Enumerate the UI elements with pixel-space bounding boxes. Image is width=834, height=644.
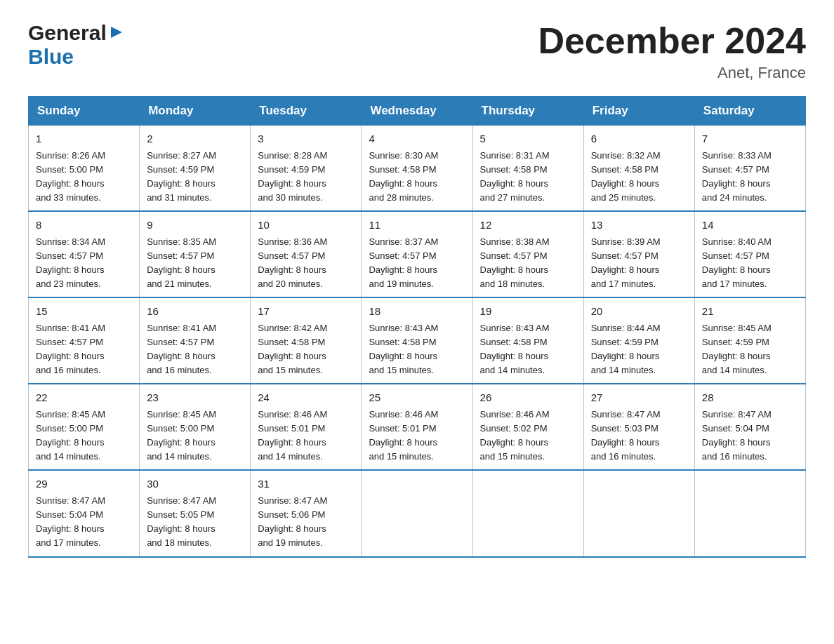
calendar-cell: 17Sunrise: 8:42 AMSunset: 4:58 PMDayligh… — [251, 297, 362, 384]
calendar-body: 1Sunrise: 8:26 AMSunset: 5:00 PMDaylight… — [29, 126, 806, 557]
location: Anet, France — [538, 64, 806, 82]
calendar-cell — [694, 470, 805, 556]
day-of-week-wednesday: Wednesday — [362, 97, 472, 126]
day-info: Sunrise: 8:30 AMSunset: 4:58 PMDaylight:… — [369, 149, 465, 206]
day-info: Sunrise: 8:28 AMSunset: 4:59 PMDaylight:… — [258, 149, 354, 206]
week-row-4: 22Sunrise: 8:45 AMSunset: 5:00 PMDayligh… — [29, 384, 806, 470]
day-number: 10 — [258, 217, 354, 234]
calendar-cell: 7Sunrise: 8:33 AMSunset: 4:57 PMDaylight… — [694, 126, 805, 212]
calendar-cell: 26Sunrise: 8:46 AMSunset: 5:02 PMDayligh… — [472, 384, 583, 470]
week-row-5: 29Sunrise: 8:47 AMSunset: 5:04 PMDayligh… — [29, 470, 806, 556]
day-of-week-sunday: Sunday — [29, 97, 140, 126]
day-info: Sunrise: 8:47 AMSunset: 5:04 PMDaylight:… — [36, 494, 132, 551]
day-info: Sunrise: 8:46 AMSunset: 5:01 PMDaylight:… — [369, 408, 465, 464]
day-number: 13 — [591, 217, 687, 234]
page-header: General Blue December 2024 Anet, France — [28, 21, 806, 82]
calendar-cell: 8Sunrise: 8:34 AMSunset: 4:57 PMDaylight… — [29, 211, 140, 297]
day-number: 29 — [36, 476, 132, 492]
calendar-cell — [362, 470, 472, 556]
calendar-cell: 14Sunrise: 8:40 AMSunset: 4:57 PMDayligh… — [694, 211, 805, 297]
day-number: 15 — [36, 304, 132, 320]
svg-marker-0 — [111, 27, 122, 38]
day-info: Sunrise: 8:31 AMSunset: 4:58 PMDaylight:… — [480, 149, 576, 206]
day-info: Sunrise: 8:47 AMSunset: 5:03 PMDaylight:… — [591, 408, 687, 464]
day-info: Sunrise: 8:43 AMSunset: 4:58 PMDaylight:… — [480, 321, 576, 378]
day-info: Sunrise: 8:45 AMSunset: 5:00 PMDaylight:… — [147, 408, 243, 464]
calendar-cell: 28Sunrise: 8:47 AMSunset: 5:04 PMDayligh… — [694, 384, 805, 470]
day-number: 30 — [147, 476, 243, 492]
day-info: Sunrise: 8:46 AMSunset: 5:01 PMDaylight:… — [258, 408, 354, 464]
logo-blue-text: Blue — [28, 45, 74, 69]
day-number: 26 — [480, 390, 576, 406]
day-number: 14 — [702, 217, 798, 234]
day-number: 28 — [702, 390, 798, 406]
day-number: 17 — [258, 304, 354, 320]
day-info: Sunrise: 8:26 AMSunset: 5:00 PMDaylight:… — [36, 149, 132, 206]
day-number: 19 — [480, 304, 576, 320]
calendar-cell: 5Sunrise: 8:31 AMSunset: 4:58 PMDaylight… — [472, 126, 583, 212]
day-info: Sunrise: 8:44 AMSunset: 4:59 PMDaylight:… — [591, 321, 687, 378]
calendar-cell: 11Sunrise: 8:37 AMSunset: 4:57 PMDayligh… — [362, 211, 472, 297]
day-number: 1 — [36, 131, 132, 147]
day-number: 31 — [258, 476, 354, 492]
calendar-cell: 25Sunrise: 8:46 AMSunset: 5:01 PMDayligh… — [362, 384, 472, 470]
day-number: 21 — [702, 304, 798, 320]
calendar-cell: 20Sunrise: 8:44 AMSunset: 4:59 PMDayligh… — [583, 297, 694, 384]
calendar-cell: 4Sunrise: 8:30 AMSunset: 4:58 PMDaylight… — [362, 126, 472, 212]
calendar-cell: 1Sunrise: 8:26 AMSunset: 5:00 PMDaylight… — [29, 126, 140, 212]
calendar-cell: 21Sunrise: 8:45 AMSunset: 4:59 PMDayligh… — [694, 297, 805, 384]
calendar-cell: 16Sunrise: 8:41 AMSunset: 4:57 PMDayligh… — [140, 297, 251, 384]
title-area: December 2024 Anet, France — [538, 21, 806, 82]
day-of-week-tuesday: Tuesday — [251, 97, 362, 126]
calendar-cell: 9Sunrise: 8:35 AMSunset: 4:57 PMDaylight… — [140, 211, 251, 297]
calendar-cell: 12Sunrise: 8:38 AMSunset: 4:57 PMDayligh… — [472, 211, 583, 297]
day-info: Sunrise: 8:46 AMSunset: 5:02 PMDaylight:… — [480, 408, 576, 464]
logo: General Blue — [28, 21, 124, 69]
day-info: Sunrise: 8:43 AMSunset: 4:58 PMDaylight:… — [369, 321, 465, 378]
day-of-week-monday: Monday — [140, 97, 251, 126]
calendar-cell: 18Sunrise: 8:43 AMSunset: 4:58 PMDayligh… — [362, 297, 472, 384]
calendar-table: SundayMondayTuesdayWednesdayThursdayFrid… — [28, 96, 806, 557]
calendar-cell: 2Sunrise: 8:27 AMSunset: 4:59 PMDaylight… — [140, 126, 251, 212]
logo-general-text: General — [28, 21, 107, 45]
day-info: Sunrise: 8:33 AMSunset: 4:57 PMDaylight:… — [702, 149, 798, 206]
day-info: Sunrise: 8:36 AMSunset: 4:57 PMDaylight:… — [258, 235, 354, 292]
calendar-cell: 30Sunrise: 8:47 AMSunset: 5:05 PMDayligh… — [140, 470, 251, 556]
month-title: December 2024 — [538, 21, 806, 61]
calendar-header: SundayMondayTuesdayWednesdayThursdayFrid… — [29, 97, 806, 126]
calendar-cell: 23Sunrise: 8:45 AMSunset: 5:00 PMDayligh… — [140, 384, 251, 470]
day-of-week-thursday: Thursday — [472, 97, 583, 126]
calendar-cell — [472, 470, 583, 556]
day-number: 24 — [258, 390, 354, 406]
day-number: 7 — [702, 131, 798, 147]
calendar-cell: 15Sunrise: 8:41 AMSunset: 4:57 PMDayligh… — [29, 297, 140, 384]
calendar-cell: 3Sunrise: 8:28 AMSunset: 4:59 PMDaylight… — [251, 126, 362, 212]
day-info: Sunrise: 8:47 AMSunset: 5:05 PMDaylight:… — [147, 494, 243, 551]
day-info: Sunrise: 8:35 AMSunset: 4:57 PMDaylight:… — [147, 235, 243, 292]
calendar-cell: 24Sunrise: 8:46 AMSunset: 5:01 PMDayligh… — [251, 384, 362, 470]
day-of-week-saturday: Saturday — [694, 97, 805, 126]
calendar-cell: 22Sunrise: 8:45 AMSunset: 5:00 PMDayligh… — [29, 384, 140, 470]
day-info: Sunrise: 8:39 AMSunset: 4:57 PMDaylight:… — [591, 235, 687, 292]
day-number: 16 — [147, 304, 243, 320]
calendar-cell: 29Sunrise: 8:47 AMSunset: 5:04 PMDayligh… — [29, 470, 140, 556]
week-row-1: 1Sunrise: 8:26 AMSunset: 5:00 PMDaylight… — [29, 126, 806, 212]
day-number: 23 — [147, 390, 243, 406]
day-number: 27 — [591, 390, 687, 406]
calendar-cell: 19Sunrise: 8:43 AMSunset: 4:58 PMDayligh… — [472, 297, 583, 384]
day-number: 3 — [258, 131, 354, 147]
day-number: 12 — [480, 217, 576, 234]
day-of-week-friday: Friday — [583, 97, 694, 126]
day-number: 6 — [591, 131, 687, 147]
calendar-cell: 6Sunrise: 8:32 AMSunset: 4:58 PMDaylight… — [583, 126, 694, 212]
day-info: Sunrise: 8:42 AMSunset: 4:58 PMDaylight:… — [258, 321, 354, 378]
day-number: 18 — [369, 304, 465, 320]
day-number: 5 — [480, 131, 576, 147]
calendar-cell — [583, 470, 694, 556]
day-number: 4 — [369, 131, 465, 147]
days-of-week-row: SundayMondayTuesdayWednesdayThursdayFrid… — [29, 97, 806, 126]
day-info: Sunrise: 8:40 AMSunset: 4:57 PMDaylight:… — [702, 235, 798, 292]
day-info: Sunrise: 8:38 AMSunset: 4:57 PMDaylight:… — [480, 235, 576, 292]
logo-arrow-icon — [110, 25, 124, 42]
week-row-3: 15Sunrise: 8:41 AMSunset: 4:57 PMDayligh… — [29, 297, 806, 384]
